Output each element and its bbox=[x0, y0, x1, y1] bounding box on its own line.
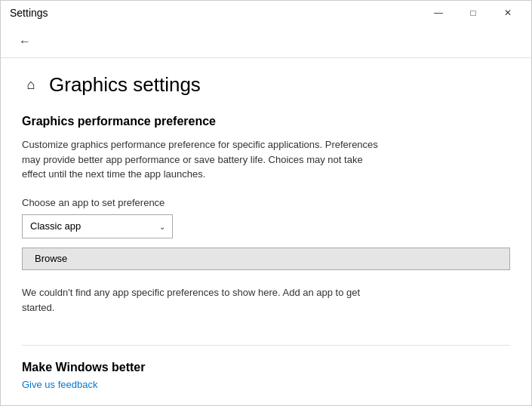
content-area: ⌂ Graphics settings Graphics performance… bbox=[1, 58, 531, 405]
feedback-link[interactable]: Give us feedback bbox=[22, 379, 510, 390]
title-bar-controls: — □ ✕ bbox=[421, 1, 525, 25]
app-type-dropdown[interactable]: Classic app Universal app bbox=[22, 214, 173, 238]
minimize-button[interactable]: — bbox=[421, 1, 456, 25]
title-bar-left: Settings bbox=[10, 7, 48, 19]
title-bar: Settings — □ ✕ bbox=[1, 1, 531, 25]
back-button[interactable]: ← bbox=[13, 29, 37, 54]
app-type-dropdown-wrapper: Classic app Universal app ⌄ bbox=[22, 214, 173, 238]
restore-button[interactable]: □ bbox=[456, 1, 490, 25]
title-bar-title: Settings bbox=[10, 7, 48, 19]
make-better-title: Make Windows better bbox=[22, 361, 510, 374]
browse-button[interactable]: Browse bbox=[22, 248, 510, 271]
section-description: Customize graphics performance preferenc… bbox=[22, 137, 384, 182]
choose-label: Choose an app to set preference bbox=[22, 197, 510, 208]
close-button[interactable]: ✕ bbox=[490, 1, 525, 25]
empty-message: We couldn't find any app specific prefer… bbox=[22, 285, 384, 315]
home-icon: ⌂ bbox=[22, 76, 40, 94]
page-title: Graphics settings bbox=[49, 73, 201, 97]
dropdown-container: Classic app Universal app ⌄ bbox=[22, 214, 510, 238]
section-divider bbox=[22, 345, 510, 346]
page-header: ⌂ Graphics settings bbox=[22, 73, 510, 97]
home-icon-glyph: ⌂ bbox=[27, 77, 35, 93]
window: Settings — □ ✕ ← ⌂ Graphics settings Gra… bbox=[0, 0, 532, 406]
section-title: Graphics performance preference bbox=[22, 115, 510, 128]
nav-bar: ← bbox=[1, 25, 531, 58]
